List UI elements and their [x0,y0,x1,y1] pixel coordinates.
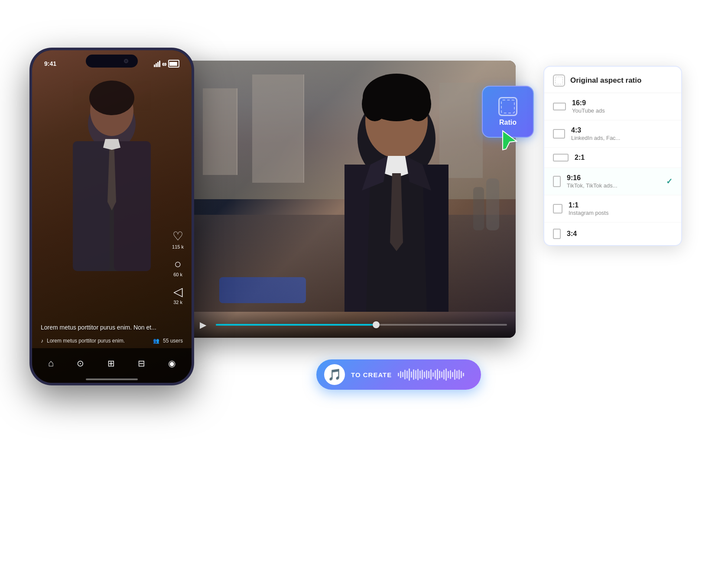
ratio-option-2-1[interactable]: 2:1 [544,148,681,168]
ratio-icon-1-1 [553,204,562,213]
svg-marker-19 [390,173,403,251]
ratio-desc-4-3: LinkedIn ads, Fac... [571,135,673,141]
waveform [398,368,473,381]
status-bar: 9:41 𝛚 [32,50,192,72]
progress-bar[interactable] [216,324,507,326]
phone-person [47,72,177,340]
wave-bar [461,371,462,378]
wave-bar [424,372,425,378]
likes-count: 115 k [172,244,184,249]
music-note-icon: 🎵 [328,368,341,382]
caption-text: Lorem metus porttitor purus enim. Non et… [41,324,157,331]
wave-bar [445,369,447,381]
wave-bar [398,373,399,376]
wave-bar [435,370,436,379]
users-icon: 👥 [153,338,159,344]
ratio-option-1-1[interactable]: 1:1 Instagram posts [544,195,681,223]
bottom-nav: ⌂ ⊙ ⊞ ⊟ ◉ [32,348,192,383]
music-info: ♪ Lorem metus porttitor purus enim. 👥 55… [41,338,183,344]
ratio-icon-3-4 [553,229,561,239]
share-action[interactable]: ◁ 32 k [173,286,183,305]
shares-count: 32 k [173,300,182,305]
ratio-option-4-3[interactable]: 4:3 LinkedIn ads, Fac... [544,120,681,148]
share-icon: ◁ [173,286,183,298]
wave-bar [463,373,464,376]
ratio-option-9-16[interactable]: 9:16 TikTok, TikTok ads... ✓ [544,168,681,195]
ratio-icon-4-3 [553,129,565,139]
ratio-text-16-9: 16:9 YouTube ads [572,99,673,114]
nav-home[interactable]: ⌂ [48,358,54,369]
wave-bar [432,372,434,377]
ratio-label: Ratio [499,119,517,126]
add-icon: ⊞ [107,358,115,369]
ratio-text-1-1: 1:1 Instagram posts [569,201,673,216]
wave-bar [409,369,410,381]
building-center [252,74,304,183]
ratio-name-2-1: 2:1 [575,154,673,162]
wave-bar [406,371,408,378]
ratio-icon-2-1 [553,154,569,162]
ratio-text-9-16: 9:16 TikTok, TikTok ads... [567,174,660,189]
wave-bar [448,371,449,378]
comments-count: 60 k [173,272,182,277]
wave-bar [450,370,451,379]
wave-bar [458,370,460,379]
wave-bar [437,369,438,380]
wave-bar [428,371,429,378]
wave-bar [452,372,453,377]
svg-point-3 [89,81,134,115]
wave-bar [439,371,440,378]
nav-add[interactable]: ⊞ [107,358,115,369]
ratio-icon-9-16 [553,176,561,187]
comment-action[interactable]: ○ 60 k [173,258,182,277]
wave-bar [426,370,427,379]
ratio-option-3-4[interactable]: 3:4 [544,223,681,245]
video-editor: ▶ [186,61,516,338]
music-banner[interactable]: 🎵 TO CREATE [316,359,481,390]
wave-bar [411,372,412,378]
wave-bar [422,370,423,379]
ratio-panel-header: Original aspect ratio [544,67,681,93]
wave-bar [419,371,421,378]
video-person [306,69,488,312]
svg-marker-22 [503,131,517,150]
ratio-option-16-9[interactable]: 16:9 YouTube ads [544,93,681,120]
nav-inbox[interactable]: ⊟ [138,358,145,369]
play-icon: ▶ [200,320,206,330]
wave-bar [415,370,416,379]
wave-bar [456,371,458,378]
music-to-create: TO CREATE [351,371,392,378]
ratio-name-16-9: 16:9 [572,99,673,107]
nav-search[interactable]: ⊙ [77,358,84,369]
signal-icon [154,61,160,67]
video-controls: ▶ [186,312,516,338]
wave-bar [413,369,414,380]
video-background: ▶ [186,61,516,338]
play-button[interactable]: ▶ [195,317,211,333]
car [219,277,306,303]
inbox-icon: ⊟ [138,358,145,369]
music-note-icon: ♪ [41,338,43,344]
aspect-ratio-header-icon [553,74,565,87]
music-title: Lorem metus porttitor purus enim. [47,338,150,344]
battery-icon [168,60,179,68]
wave-bar [454,369,455,380]
ratio-icon-16-9 [553,103,566,110]
like-action[interactable]: ♡ 115 k [172,230,184,249]
heart-icon: ♡ [172,230,183,242]
phone-mock: 9:41 𝛚 ♡ 115 k [29,48,194,385]
caption: Lorem metus porttitor purus enim. Non et… [41,324,157,331]
progress-thumb[interactable] [373,321,380,328]
wifi-icon: 𝛚 [162,60,166,68]
ratio-panel: Original aspect ratio 16:9 YouTube ads 4… [543,66,682,246]
ratio-text-3-4: 3:4 [567,230,673,238]
nav-profile[interactable]: ◉ [168,358,176,369]
svg-rect-4 [73,141,110,271]
status-icons: 𝛚 [154,60,179,68]
ratio-desc-16-9: YouTube ads [572,107,673,114]
time-display: 9:41 [44,60,56,67]
ratio-text-4-3: 4:3 LinkedIn ads, Fac... [571,126,673,141]
svg-rect-5 [114,141,151,271]
progress-fill [216,324,376,326]
wave-bar [402,372,403,377]
